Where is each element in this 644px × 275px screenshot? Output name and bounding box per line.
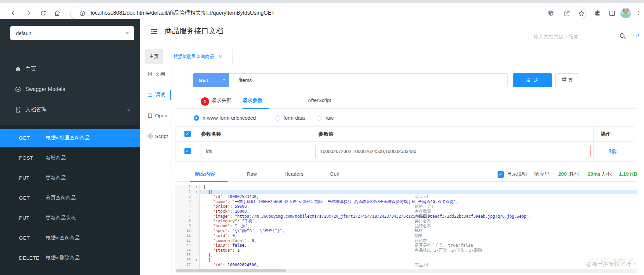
tab-request-params[interactable]: 请求参数 (242, 97, 262, 104)
divider (593, 127, 594, 161)
radio-x-www-form-urlencoded[interactable] (194, 115, 199, 121)
radio-form-data[interactable] (275, 115, 280, 121)
nav-item-script[interactable]: Script (140, 130, 171, 142)
show-desc-checkbox[interactable] (498, 171, 504, 178)
divider (312, 127, 312, 161)
bookmark-star-icon[interactable] (577, 9, 586, 18)
code-line: "category": "手机", (203, 219, 257, 224)
extensions-puzzle-icon[interactable] (593, 9, 602, 17)
api-method: GET (19, 195, 30, 201)
doc-search-input[interactable]: 输入文档关键字搜索 (534, 32, 616, 42)
share-icon[interactable] (562, 9, 571, 18)
api-method: GET (19, 135, 30, 141)
radio-label[interactable]: x-www-form-urlencoded (203, 115, 256, 121)
fold-arrow-icon[interactable]: ▾ (195, 190, 197, 195)
url-text[interactable]: localhost:8081/doc.html#/default/商品管理相关接… (91, 10, 274, 17)
close-icon[interactable]: ✕ (218, 54, 222, 59)
profile-avatar[interactable] (620, 8, 631, 18)
group-select[interactable]: default (10, 26, 134, 40)
scrollbar-thumb[interactable] (176, 269, 286, 272)
sidebar-item-label: 主页 (25, 66, 36, 73)
browser-toolbar: localhost:8081/doc.html#/default/商品管理相关接… (0, 3, 644, 19)
nav-item-open[interactable]: Open (140, 109, 171, 122)
tab-request-headers[interactable]: 请求头部 (211, 97, 231, 104)
tab-headers[interactable]: Headers (284, 171, 303, 177)
search-icon[interactable] (619, 32, 626, 40)
sidebar-item-home[interactable]: 主页 (0, 61, 140, 77)
request-tabbar: 1 请求头部 请求参数 AfterScript (175, 93, 635, 109)
sidebar-item-swagger-models[interactable]: Swagger Models (0, 82, 140, 97)
code-line: "name": "一加手机6T 10GB+256GB 焕力橙 迈凯伦定制版 光感… (203, 199, 458, 204)
translate-icon[interactable]: G (547, 9, 556, 18)
tab-raw[interactable]: Raw (247, 171, 257, 177)
browser-menu-kebab-icon[interactable] (634, 9, 643, 17)
code-line: "image": "https://m.360buyimg.com/mobile… (203, 214, 531, 219)
sidebar-api-item[interactable]: PUT更新商品状态 (0, 209, 140, 227)
nav-item-label: 文档 (155, 71, 165, 77)
param-value-value: 100002672302,100002624500,100002533430 (320, 149, 416, 154)
reload-icon[interactable] (39, 9, 47, 17)
sidebar-api-item[interactable]: GET根据id批量查询商品 (0, 129, 140, 147)
response-json-editor[interactable]: 1▾2▾345678910111213141516▾17 商品id价格（分）库存… (175, 185, 637, 269)
line-number: 9 (188, 224, 191, 229)
radio-raw[interactable] (317, 115, 322, 121)
tab-afterscript[interactable]: AfterScript (308, 97, 331, 103)
param-value-input[interactable]: 100002672302,100002624500,100002533430 (315, 145, 591, 158)
send-button[interactable]: 发送 (513, 73, 552, 87)
api-method: PUT (19, 215, 30, 221)
fold-arrow-icon[interactable]: ▾ (195, 185, 197, 190)
http-method-select[interactable]: GET (193, 73, 229, 87)
side-panel-icon[interactable] (608, 9, 616, 17)
request-url-input[interactable]: /items (229, 73, 508, 87)
gutter-line-number: 12 (175, 238, 199, 243)
tab-query-items[interactable]: 根据id批量查询商品 ✕ (163, 49, 233, 64)
gutter-line-number[interactable]: 2▾ (175, 190, 199, 195)
show-desc-label[interactable]: 显示说明 (507, 171, 527, 177)
address-bar[interactable]: localhost:8081/doc.html#/default/商品管理相关接… (71, 7, 586, 19)
tab-curl[interactable]: Curl (330, 171, 340, 177)
size-value: 1.19 KB (619, 171, 637, 177)
nav-item-debug[interactable]: 调试 (140, 88, 171, 101)
fold-arrow-icon[interactable]: ▾ (195, 258, 197, 263)
menu-fold-icon[interactable] (150, 28, 158, 36)
home-icon[interactable] (53, 9, 61, 17)
tab-response-content[interactable]: 响应内容 (195, 171, 215, 177)
nav-item-doc[interactable]: 文档 (140, 68, 171, 80)
sidebar-api-item[interactable]: GET根据id查询商品 (0, 229, 140, 247)
line-number: 6 (188, 209, 191, 214)
home-icon (15, 66, 21, 72)
api-method: PUT (19, 175, 30, 181)
hexagon-model-icon (15, 86, 21, 93)
gutter-line-number[interactable]: 1▾ (175, 185, 199, 190)
delete-param-link[interactable]: 删除 (608, 149, 618, 155)
back-icon[interactable] (9, 9, 18, 17)
sidebar-item-doc-manage[interactable]: 文档管理 (0, 102, 140, 117)
nav-item-label: Open (155, 113, 167, 118)
param-name-input[interactable]: ids (201, 145, 279, 158)
sidebar: default 主页 Swagger Models 文档管理 商品管理相关接口 … (0, 19, 140, 275)
field-description: 品牌名称 (415, 224, 431, 229)
sidebar-api-item[interactable]: GET分页查询商品 (0, 189, 140, 207)
language-toggle[interactable]: 中 (633, 32, 639, 40)
sidebar-api-item[interactable]: PUT更新商品 (0, 169, 140, 187)
tab-home[interactable]: 主页 (145, 49, 163, 64)
row-checkbox[interactable] (184, 148, 191, 154)
forward-icon[interactable] (24, 9, 33, 17)
request-url-value: /items (238, 77, 252, 83)
sidebar-api-item[interactable]: POST新增商品 (0, 149, 140, 167)
reset-button[interactable]: 重置 (555, 73, 579, 87)
field-description: 商品id (415, 194, 428, 199)
select-all-checkbox[interactable] (184, 131, 191, 137)
code-line: "id": 100002624500, (203, 263, 259, 268)
param-name-value: ids (206, 149, 212, 154)
horizontal-scrollbar[interactable] (175, 269, 637, 273)
code-line: "id": 100002533430, (203, 194, 259, 199)
site-info-icon[interactable] (78, 9, 87, 18)
radio-label[interactable]: form-data (283, 115, 305, 121)
radio-label[interactable]: raw (326, 115, 334, 121)
field-description: 商品id (415, 263, 428, 268)
gutter-line-number: 9 (175, 224, 199, 229)
sidebar-api-item[interactable]: DELETE根据id删除商品 (0, 249, 140, 267)
gutter-line-number[interactable]: 16▾ (175, 258, 199, 263)
active-tab-underline (190, 181, 228, 182)
